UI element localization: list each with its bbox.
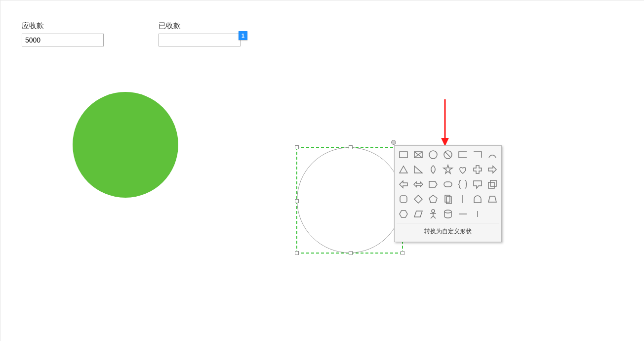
svg-line-34 (433, 216, 436, 218)
shapes-grid (395, 146, 501, 223)
svg-rect-20 (490, 180, 496, 186)
disallow-icon[interactable] (441, 148, 455, 162)
rectangle-icon[interactable] (397, 148, 410, 162)
rounded-square-icon[interactable] (397, 192, 410, 206)
half-rect-icon[interactable] (471, 148, 484, 162)
svg-line-8 (445, 152, 451, 158)
svg-line-33 (431, 216, 433, 218)
star-icon[interactable] (441, 163, 455, 176)
selection-box[interactable] (296, 147, 403, 254)
horizontal-line-icon[interactable] (456, 207, 470, 221)
arrow-leftright-icon[interactable] (411, 177, 425, 191)
selected-circle-shape[interactable] (297, 147, 402, 253)
svg-marker-16 (429, 181, 437, 187)
pages-icon[interactable] (441, 192, 455, 206)
svg-marker-11 (443, 165, 452, 173)
pentagon-icon[interactable] (426, 192, 440, 206)
shapes-flyout: 转换为自定义形状 (394, 145, 502, 242)
annotation-arrow-icon (435, 99, 455, 149)
svg-rect-21 (400, 196, 407, 203)
plus-icon[interactable] (471, 163, 484, 176)
hexagon-icon[interactable] (397, 207, 410, 221)
filled-circle-shape[interactable] (73, 92, 178, 198)
svg-rect-19 (488, 182, 494, 188)
field-receivable-input[interactable] (22, 34, 104, 46)
arrow-right-icon[interactable] (485, 163, 499, 176)
svg-marker-18 (474, 181, 482, 188)
d-tag-icon[interactable] (426, 177, 440, 191)
crossed-rectangle-icon[interactable] (411, 148, 425, 162)
svg-point-30 (432, 210, 435, 213)
triangle-icon[interactable] (397, 163, 410, 176)
stack-icon[interactable] (485, 177, 499, 191)
field-receivable: 应收款 (22, 21, 104, 46)
resize-handle-br[interactable] (401, 251, 404, 255)
svg-marker-28 (400, 211, 407, 217)
resize-handle-bl[interactable] (295, 251, 299, 255)
right-triangle-icon[interactable] (411, 163, 425, 176)
blank-icon[interactable] (485, 207, 499, 221)
arrow-left-icon[interactable] (397, 177, 410, 191)
callout-icon[interactable] (471, 177, 484, 191)
round-rect-icon[interactable] (441, 177, 455, 191)
cylinder-icon[interactable] (441, 207, 455, 221)
design-canvas[interactable]: 应收款 已收款 1 (0, 0, 644, 341)
svg-marker-22 (414, 195, 422, 203)
field-received: 已收款 1 (159, 21, 241, 46)
resize-handle-b[interactable] (349, 251, 353, 255)
svg-marker-10 (414, 166, 422, 173)
brace-icon[interactable] (456, 177, 470, 191)
svg-marker-12 (474, 166, 482, 173)
actor-icon[interactable] (426, 207, 440, 221)
svg-marker-15 (414, 182, 423, 187)
trapezoid-icon[interactable] (485, 192, 499, 206)
svg-marker-23 (429, 195, 437, 203)
svg-rect-25 (446, 197, 451, 204)
svg-marker-14 (400, 181, 407, 188)
annotation-badge[interactable]: 1 (239, 31, 247, 40)
diamond-icon[interactable] (411, 192, 425, 206)
convert-to-custom-shape-button[interactable]: 转换为自定义形状 (397, 223, 499, 240)
resize-handle-t[interactable] (349, 145, 353, 149)
field-received-input[interactable] (159, 34, 241, 46)
field-receivable-label: 应收款 (22, 21, 104, 31)
svg-point-35 (444, 210, 451, 213)
vertical-line-icon[interactable] (456, 192, 470, 206)
svg-rect-17 (444, 182, 452, 187)
svg-point-6 (429, 151, 437, 159)
heart-icon[interactable] (456, 163, 470, 176)
teardrop-icon[interactable] (426, 163, 440, 176)
resize-handle-l[interactable] (295, 199, 299, 203)
parallelogram-icon[interactable] (411, 207, 425, 221)
vertical-short-icon[interactable] (471, 207, 484, 221)
svg-marker-27 (488, 196, 496, 202)
rotate-handle[interactable] (391, 140, 396, 145)
arc-icon[interactable] (485, 148, 499, 162)
dome-icon[interactable] (471, 192, 484, 206)
svg-marker-9 (400, 166, 407, 173)
svg-rect-2 (400, 152, 407, 158)
open-rect-icon[interactable] (456, 148, 470, 162)
circle-icon[interactable] (426, 148, 440, 162)
svg-marker-29 (414, 211, 422, 217)
svg-marker-13 (488, 166, 496, 173)
svg-rect-24 (445, 195, 450, 202)
field-received-label: 已收款 (159, 21, 241, 31)
resize-handle-tl[interactable] (295, 145, 299, 149)
